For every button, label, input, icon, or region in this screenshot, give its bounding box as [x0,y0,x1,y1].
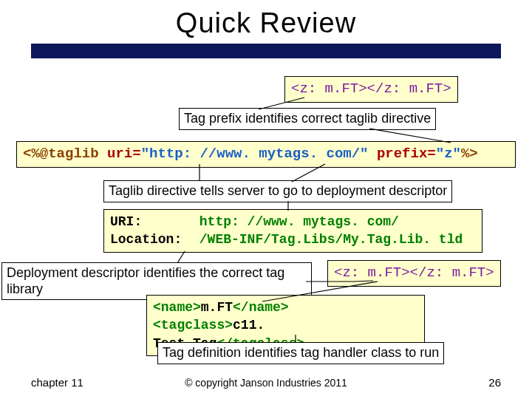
name-open: <name> [153,300,201,315]
code-tag-usage-top: <z: m.FT></z: m.FT> [284,76,458,103]
dir-open: <%@taglib [23,146,107,162]
dir-uri-key: uri= [107,146,141,162]
caption-taglib-directive: Taglib directive tells server to go to d… [103,180,452,202]
name-text: m.FT [201,300,233,315]
dir-uri-val: "http: //www. mytags. com/" [141,146,369,162]
tagclass-open: <tagclass> [153,318,233,332]
name-close: </name> [233,300,289,315]
dir-prefix-val: "z" [436,146,461,162]
dir-close: %> [461,146,478,162]
dir-prefix-key: prefix= [377,146,436,162]
footer-copyright: © copyright Janson Industries 2011 [0,377,532,389]
dd-location-value: /WEB-INF/Tag.Libs/My.Tag.Lib. tld [200,232,463,247]
title-underline-bar [31,44,501,58]
dd-location-label: Location: [110,231,191,248]
code-taglib-directive: <%@taglib uri="http: //www. mytags. com/… [16,141,516,168]
code-deployment-descriptor: URI: http: //www. mytags. com/ Location:… [103,209,482,253]
code-tag-usage-right: <z: m.FT></z: m.FT> [327,260,501,287]
page-title: Quick Review [0,7,532,39]
caption-tag-definition: Tag definition identifies tag handler cl… [157,342,444,364]
svg-line-5 [177,251,185,263]
slide-number: 26 [488,376,501,389]
dd-uri-value: http: //www. mytags. com/ [200,214,399,229]
dd-uri-label: URI: [110,213,191,231]
caption-tag-prefix: Tag prefix identifies correct taglib dir… [179,108,436,130]
